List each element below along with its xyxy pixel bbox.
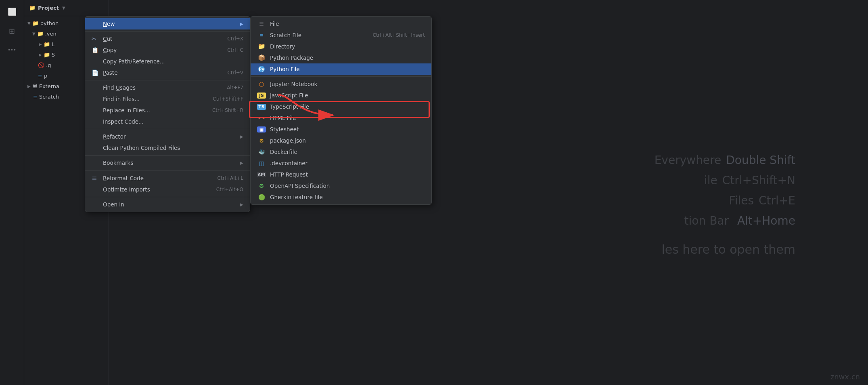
directory-icon: 📁 — [257, 43, 266, 50]
folder-icon: 📁 — [37, 31, 44, 37]
sidebar-icon-more[interactable]: ••• — [4, 42, 20, 58]
nav-bar-hint: tion Bar Alt+Home — [684, 214, 795, 227]
find-usages-shortcut: Alt+F7 — [219, 85, 243, 90]
menu-item-optimize-imports[interactable]: Optimize Imports Ctrl+Alt+O — [85, 184, 250, 195]
submenu-item-html-label: HTML File — [270, 115, 296, 121]
submenu-item-gherkin[interactable]: 🟢 Gherkin feature file — [251, 191, 431, 203]
sidebar-icon-window[interactable]: ⬜ — [4, 3, 20, 19]
submenu-item-jupyter[interactable]: ○ Jupyter Notebook — [251, 78, 431, 90]
menu-item-paste[interactable]: 📄 Paste Ctrl+V — [85, 67, 250, 78]
submenu-item-openapi[interactable]: ⚙ OpenAPI Specification — [251, 180, 431, 191]
menu-item-new[interactable]: New ▶ — [85, 18, 250, 29]
menu-item-copy-path-label: Copy Path/Reference... — [103, 58, 165, 65]
gherkin-icon: 🟢 — [257, 194, 266, 200]
submenu-item-directory-label: Directory — [270, 43, 295, 50]
submenu-item-package-json[interactable]: ⚙ package.json — [251, 135, 431, 146]
separator-1 — [85, 31, 250, 32]
jupyter-icon: ○ — [257, 80, 266, 88]
menu-item-copy[interactable]: 📋 Copy Ctrl+C — [85, 44, 250, 56]
submenu-item-devcontainer[interactable]: ◫ .devcontainer — [251, 158, 431, 169]
submenu-item-http-label: HTTP Request — [270, 171, 308, 178]
separator-5 — [85, 170, 250, 170]
submenu-item-python-package[interactable]: 📦 Python Package — [251, 52, 431, 63]
menu-item-find-usages[interactable]: Find Usages Alt+F7 — [85, 82, 250, 93]
submenu-arrow: ▶ — [240, 21, 243, 27]
watermark: znwx.cn — [830, 372, 860, 381]
menu-item-reformat-label: Reformat Code — [103, 175, 144, 181]
menu-item-copy-path[interactable]: Copy Path/Reference... — [85, 56, 250, 67]
submenu-item-scratch-label: Scratch File — [270, 32, 301, 38]
cut-icon: ✂ — [92, 36, 100, 42]
submenu-item-js-label: JavaScript File — [270, 92, 308, 99]
expand-arrow: ▼ — [32, 32, 36, 36]
ts-icon: TS — [257, 104, 266, 110]
devcontainer-icon: ◫ — [257, 160, 266, 166]
search-files-shortcut: Ctrl+E — [759, 194, 795, 207]
menu-item-open-in[interactable]: Open In ▶ — [85, 199, 250, 210]
menu-item-refactor[interactable]: Refactor ▶ — [85, 131, 250, 142]
menu-item-bookmarks[interactable]: Bookmarks ▶ — [85, 157, 250, 168]
submenu-item-html[interactable]: <> HTML File — [251, 112, 431, 124]
python-icon: ≡ — [38, 73, 42, 79]
menu-item-paste-label: Paste — [103, 69, 117, 76]
submenu-item-http[interactable]: API HTTP Request — [251, 169, 431, 180]
expand-arrow: ▶ — [27, 84, 31, 88]
project-header: 📁 Project ▼ — [24, 0, 109, 16]
submenu-item-typescript[interactable]: TS TypeScript File — [251, 101, 431, 112]
menu-item-cut[interactable]: ✂ Cut Ctrl+X — [85, 33, 250, 44]
expand-arrow: ▼ — [27, 21, 31, 25]
context-menu: New ▶ ✂ Cut Ctrl+X 📋 Copy Ctrl+C Copy Pa… — [85, 16, 250, 212]
file-icon: ≡ — [257, 20, 266, 27]
submenu-item-devcontainer-label: .devcontainer — [270, 160, 307, 166]
tree-item-label: .ven — [45, 31, 56, 37]
python-package-icon: 📦 — [257, 54, 266, 61]
folder-icon: 📁 — [32, 20, 39, 26]
menu-item-optimize-label: Optimize Imports — [103, 186, 150, 193]
submenu-item-jupyter-label: Jupyter Notebook — [270, 81, 317, 87]
menu-item-bookmarks-label: Bookmarks — [103, 160, 133, 166]
submenu-item-scratch-file[interactable]: ≡ Scratch File Ctrl+Alt+Shift+Insert — [251, 29, 431, 41]
python-file-icon: Py — [257, 65, 266, 73]
menu-item-copy-label: Copy — [103, 47, 117, 53]
replace-shortcut: Ctrl+Shift+R — [204, 107, 243, 113]
paste-icon: 📄 — [92, 69, 100, 76]
optimize-shortcut: Ctrl+Alt+O — [208, 187, 243, 192]
menu-item-replace-label: Replace in Files... — [103, 107, 150, 114]
submenu-item-package-json-label: package.json — [270, 137, 306, 144]
scratch-file-shortcut: Ctrl+Alt+Shift+Insert — [373, 32, 425, 38]
folder-icon: 📁 — [29, 5, 36, 11]
folder-icon: 📁 — [44, 52, 50, 58]
nav-bar-label: tion Bar — [684, 214, 729, 227]
copy-shortcut: Ctrl+C — [219, 47, 243, 53]
submenu-item-python-file-label: Python File — [270, 66, 300, 72]
submenu-item-file[interactable]: ≡ File — [251, 18, 431, 29]
nav-bar-shortcut: Alt+Home — [737, 214, 795, 227]
css-icon: ▣ — [257, 126, 266, 133]
menu-item-open-in-label: Open In — [103, 201, 124, 208]
menu-item-find-in-files[interactable]: Find in Files... Ctrl+Shift+F — [85, 93, 250, 105]
sidebar-icon-structure[interactable]: ⊞ — [4, 23, 20, 39]
menu-item-refactor-label: Refactor — [103, 133, 126, 140]
project-title: Project — [38, 5, 59, 11]
submenu-item-python-file[interactable]: Py Python File — [251, 63, 431, 75]
submenu-item-stylesheet-label: Stylesheet — [270, 126, 299, 133]
submenu-item-stylesheet[interactable]: ▣ Stylesheet — [251, 124, 431, 135]
menu-item-clean-compiled[interactable]: Clean Python Compiled Files — [85, 142, 250, 154]
menu-item-replace-in-files[interactable]: Replace in Files... Ctrl+Shift+R — [85, 105, 250, 116]
search-file-label: ile — [704, 174, 717, 187]
menu-item-reformat[interactable]: ≡ Reformat Code Ctrl+Alt+L — [85, 172, 250, 184]
submenu-item-python-package-label: Python Package — [270, 55, 313, 61]
submenu-item-javascript[interactable]: JS JavaScript File — [251, 90, 431, 101]
submenu-item-directory[interactable]: 📁 Directory — [251, 41, 431, 52]
menu-item-find-usages-label: Find Usages — [103, 84, 136, 91]
submenu-item-dockerfile[interactable]: 🐳 Dockerfile — [251, 146, 431, 158]
js-icon: JS — [257, 93, 266, 99]
sidebar: ⬜ ⊞ ••• — [0, 0, 24, 385]
search-files-hint: Files Ctrl+E — [729, 194, 795, 207]
drop-files-hint: les here to open them — [661, 242, 795, 257]
cut-shortcut: Ctrl+X — [219, 36, 243, 42]
submenu-sep-1 — [251, 76, 431, 77]
menu-item-inspect-code[interactable]: Inspect Code... — [85, 116, 250, 127]
project-dropdown-icon[interactable]: ▼ — [62, 6, 65, 10]
menu-item-cut-label: Cut — [103, 36, 112, 42]
